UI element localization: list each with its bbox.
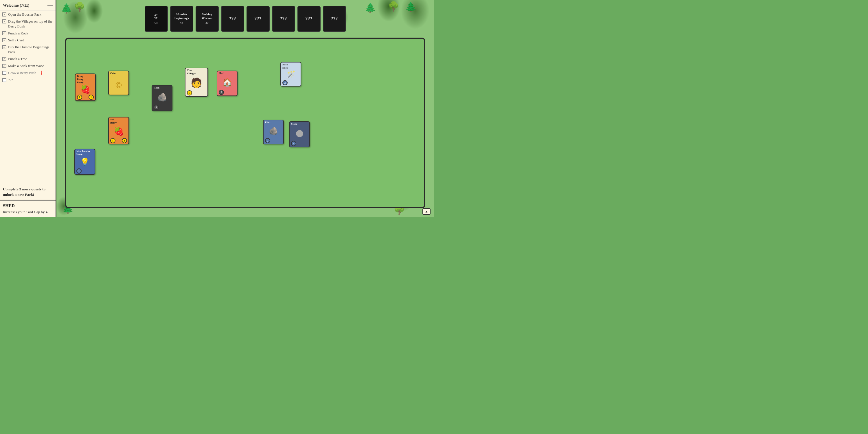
shop-pack-seeking[interactable]: Seeking Wisdom 4¢	[195, 6, 219, 32]
sell-button[interactable]: © Sell	[145, 6, 168, 32]
shed-icon: 🏠	[222, 78, 232, 87]
quest-panel: Welcome (7/11) — Open the Booster PackDr…	[0, 0, 56, 217]
unknown-pack-label: ???	[280, 16, 287, 22]
unknown-pack-label: ???	[306, 16, 312, 22]
stone-card-footer: 1	[290, 140, 309, 147]
tree-card-footer: 5	[185, 90, 208, 96]
rock-card[interactable]: Rock 🪨 0	[152, 85, 173, 111]
soil-card-footer: 1 1	[109, 137, 128, 144]
shop-pack-unknown1[interactable]: ???	[221, 6, 244, 32]
lumber-icon: 💡	[80, 157, 89, 166]
pack-cost-seeking: 4¢	[206, 22, 209, 25]
deco-tree: 🌲	[61, 3, 72, 14]
shop-pack-unknown4[interactable]: ???	[298, 6, 320, 32]
rock-badge: 0	[154, 105, 159, 110]
pack-name-seeking: Seeking Wisdom	[198, 13, 216, 20]
stick-card[interactable]: StickStick 🪄 2	[280, 62, 301, 87]
shop-pack-unknown5[interactable]: ???	[323, 6, 346, 32]
quest-item-open-booster: Open the Booster Pack	[2, 12, 53, 17]
quest-label-punch-rock: Punch a Rock	[8, 31, 28, 36]
unknown-pack-label: ???	[331, 16, 338, 22]
shed-card-body: 🏠	[217, 75, 237, 89]
quest-item-grow-berry: Grow a Berry Bush❗	[2, 71, 53, 75]
flint-card-footer: 2	[264, 137, 283, 144]
quest-checkbox-make-stick[interactable]	[2, 64, 6, 68]
berry-card[interactable]: BerryBerryBerry 🍓 1 1	[75, 73, 96, 101]
lumber-camp-card[interactable]: Idea: Lumber Camp 💡 1	[74, 149, 95, 175]
villager-icon: 🧑	[191, 77, 202, 88]
berry-badge-2: 1	[89, 95, 94, 100]
quest-item-unknown: ???	[2, 78, 53, 83]
pack-cost-humble: 3¢	[180, 22, 183, 25]
berry-card-header: BerryBerryBerry	[75, 74, 95, 85]
minimize-button[interactable]: —	[48, 2, 53, 8]
quest-item-make-stick: Make a Stick from Wood	[2, 64, 53, 68]
shed-card[interactable]: Shed 🏠 3	[217, 71, 238, 96]
coin-card-header: Coin	[109, 71, 128, 75]
play-field[interactable]: BerryBerryBerry 🍓 1 1 Coin © Rock 🪨 0	[65, 38, 425, 208]
flint-card-header: Flint	[264, 120, 283, 125]
quest-checkbox-drag-villager[interactable]	[2, 20, 6, 24]
lumber-card-header: Idea: Lumber Camp	[75, 149, 95, 156]
coin-card-body: ©	[109, 75, 128, 95]
quest-checkbox-open-booster[interactable]	[2, 12, 6, 17]
coin-icon: ©	[116, 80, 122, 90]
unknown-pack-label: ???	[229, 16, 236, 22]
shop-pack-unknown2[interactable]: ???	[247, 6, 270, 32]
tree-badge: 5	[187, 90, 192, 95]
shed-card-header: Shed	[217, 71, 237, 75]
quest-label-grow-berry: Grow a Berry Bush	[8, 71, 36, 75]
quest-checkbox-sell-card[interactable]	[2, 38, 6, 42]
unlock-text: Complete 3 more quests to unlock a new P…	[0, 184, 56, 199]
coin-card[interactable]: Coin ©	[108, 71, 129, 95]
lumber-card-body: 💡	[75, 156, 95, 168]
pack-cards: Humble Beginnings 3¢ Seeking Wisdom 4¢ ?…	[170, 6, 346, 32]
stone-card-header: Stone	[290, 122, 309, 126]
lumber-card-footer: 1	[75, 168, 95, 174]
quest-list: Open the Booster PackDrag the Villager o…	[0, 10, 56, 184]
berry-card-body: 🍓	[75, 85, 95, 94]
pack-name-humble: Humble Beginnings	[173, 13, 191, 20]
quest-label-open-booster: Open the Booster Pack	[8, 12, 41, 17]
quest-label-make-stick: Make a Stick from Wood	[8, 64, 44, 68]
tree-villager-card[interactable]: TreeVillager 🧑 5	[185, 68, 208, 97]
quest-label-punch-tree: Punch a Tree	[8, 57, 27, 61]
rock-icon: 🪨	[157, 92, 167, 102]
quest-checkbox-punch-tree[interactable]	[2, 57, 6, 61]
unknown-pack-label: ???	[255, 16, 261, 22]
flint-card-body: 🪨	[264, 125, 283, 137]
quest-alert-grow-berry: ❗	[39, 71, 44, 75]
quest-checkbox-punch-rock[interactable]	[2, 31, 6, 35]
shed-description: Increases your Card Cap by 4	[3, 210, 53, 215]
shed-badge: 3	[219, 90, 224, 95]
close-button[interactable]: x	[423, 208, 431, 215]
stone-icon: ⬤	[296, 129, 304, 137]
flint-badge: 2	[265, 138, 270, 143]
quest-label-drag-villager: Drag the Villager on top of the Berry Bu…	[8, 19, 53, 29]
flint-icon: 🪨	[269, 126, 278, 135]
deco-tree: 🌲	[405, 1, 416, 12]
stick-badge: 2	[282, 80, 288, 85]
soil-card[interactable]: SoilBerry 🍓 1 1	[108, 117, 129, 144]
stick-icon: 🪄	[286, 70, 296, 79]
quest-item-buy-humble: Buy the Humble Beginnings Pack	[2, 45, 53, 54]
berry-card-footer: 1 1	[75, 94, 95, 100]
flint-card[interactable]: Flint 🪨 2	[263, 120, 284, 144]
quest-checkbox-unknown[interactable]	[2, 78, 6, 82]
deco-tree: 🌳	[74, 1, 85, 12]
shop-pack-unknown3[interactable]: ???	[272, 6, 295, 32]
berry-badge-1: 1	[77, 95, 82, 100]
quest-label-buy-humble: Buy the Humble Beginnings Pack	[8, 45, 53, 54]
soil-card-header: SoilBerry	[109, 118, 128, 125]
deco-tree: 🌲	[365, 2, 376, 13]
rock-card-body: 🪨	[152, 90, 172, 104]
sell-label: Sell	[154, 22, 158, 25]
quest-checkbox-grow-berry[interactable]	[2, 71, 6, 75]
quest-item-punch-rock: Punch a Rock	[2, 31, 53, 36]
rock-card-header: Rock	[152, 86, 172, 90]
lumber-badge: 1	[76, 168, 82, 174]
stone-card-body: ⬤	[290, 126, 309, 140]
stone-card[interactable]: Stone ⬤ 1	[289, 121, 310, 147]
quest-checkbox-buy-humble[interactable]	[2, 45, 6, 49]
shop-pack-humble[interactable]: Humble Beginnings 3¢	[170, 6, 193, 32]
